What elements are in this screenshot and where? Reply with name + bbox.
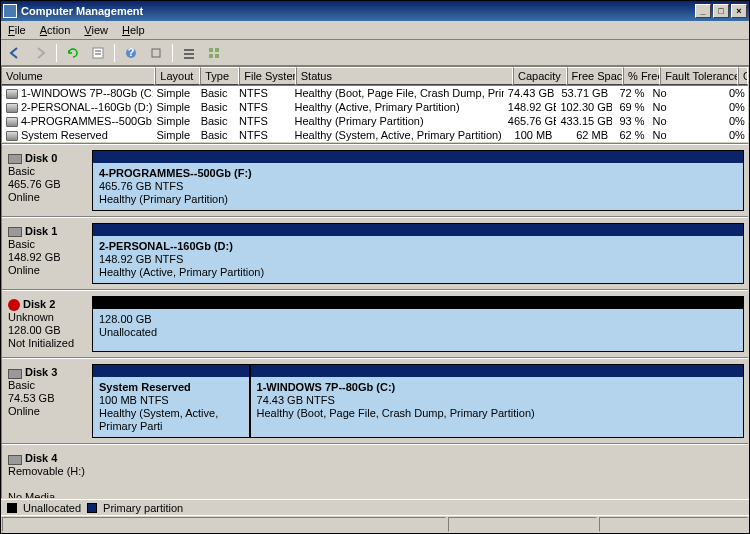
- svg-text:?: ?: [128, 46, 135, 58]
- disk-partitions: [92, 448, 744, 499]
- volume-row[interactable]: 2-PERSONAL--160Gb (D:)SimpleBasicNTFSHea…: [2, 100, 748, 114]
- volume-capacity: 100 MB: [504, 129, 557, 141]
- partition[interactable]: 1-WINDOWS 7P--80Gb (C:)74.43 GB NTFSHeal…: [250, 364, 744, 438]
- volume-ft: No: [648, 115, 724, 127]
- status-bar: [1, 515, 749, 533]
- close-button[interactable]: ×: [731, 4, 747, 18]
- volume-icon: [6, 131, 18, 141]
- disk-state: No Media: [8, 491, 90, 499]
- legend-swatch: [87, 503, 97, 513]
- col-fault[interactable]: Fault Tolerance: [660, 67, 738, 85]
- window-title: Computer Management: [21, 5, 143, 17]
- volume-type: Basic: [197, 115, 235, 127]
- menu-view[interactable]: View: [77, 22, 115, 38]
- disk-type: Removable (H:): [8, 465, 90, 478]
- disk-partitions: 2-PERSONAL--160Gb (D:)148.92 GB NTFSHeal…: [92, 221, 744, 286]
- volume-type: Basic: [197, 129, 235, 141]
- disk-size: 465.76 GB: [8, 178, 90, 191]
- svg-rect-6: [184, 49, 194, 51]
- view-list-button[interactable]: [178, 42, 200, 64]
- view-detail-button[interactable]: [203, 42, 225, 64]
- disk-row: Disk 3Basic74.53 GBOnlineSystem Reserved…: [2, 358, 748, 444]
- volume-free: 62 MB: [556, 129, 612, 141]
- back-button[interactable]: [4, 42, 26, 64]
- partition-title: 1-WINDOWS 7P--80Gb (C:): [257, 381, 737, 394]
- volume-row[interactable]: 1-WINDOWS 7P--80Gb (C:)SimpleBasicNTFSHe…: [2, 86, 748, 100]
- disk-type: Unknown: [8, 311, 90, 324]
- volume-capacity: 148.92 GB: [504, 101, 557, 113]
- col-freespace[interactable]: Free Space: [567, 67, 623, 85]
- disk-info[interactable]: Disk 0Basic465.76 GBOnline: [6, 148, 92, 213]
- menu-help[interactable]: Help: [115, 22, 152, 38]
- volume-pct: 93 %: [612, 115, 649, 127]
- partition-status: Healthy (Primary Partition): [99, 193, 737, 206]
- disk-info[interactable]: Disk 1Basic148.92 GBOnline: [6, 221, 92, 286]
- menu-bar: File Action View Help: [1, 21, 749, 40]
- svg-rect-8: [184, 57, 194, 59]
- disk-partitions: System Reserved100 MB NTFSHealthy (Syste…: [92, 362, 744, 440]
- properties-button[interactable]: [87, 42, 109, 64]
- volume-layout: Simple: [153, 129, 197, 141]
- disk-icon: [8, 227, 22, 237]
- volume-free: 433.15 GB: [556, 115, 612, 127]
- refresh-button[interactable]: [62, 42, 84, 64]
- minimize-button[interactable]: _: [695, 4, 711, 18]
- partition[interactable]: 2-PERSONAL--160Gb (D:)148.92 GB NTFSHeal…: [92, 223, 744, 284]
- menu-file[interactable]: File: [1, 22, 33, 38]
- col-overhead[interactable]: Overhead: [738, 67, 748, 85]
- volume-row[interactable]: System ReservedSimpleBasicNTFSHealthy (S…: [2, 128, 748, 142]
- partition[interactable]: System Reserved100 MB NTFSHealthy (Syste…: [92, 364, 250, 438]
- volume-type: Basic: [197, 101, 235, 113]
- partition-status: Healthy (System, Active, Primary Parti: [99, 407, 243, 433]
- volume-row[interactable]: 4-PROGRAMMES--500Gb (F:)SimpleBasicNTFSH…: [2, 114, 748, 128]
- volume-ft: No: [648, 101, 724, 113]
- disk-row: Disk 4Removable (H:)No Media: [2, 444, 748, 499]
- volume-name: 1-WINDOWS 7P--80Gb (C:): [21, 87, 153, 99]
- partition[interactable]: 4-PROGRAMMES--500Gb (F:)465.76 GB NTFSHe…: [92, 150, 744, 211]
- svg-rect-12: [215, 54, 219, 58]
- volume-fs: NTFS: [235, 87, 291, 99]
- settings-button[interactable]: [145, 42, 167, 64]
- col-capacity[interactable]: Capacity: [513, 67, 567, 85]
- disk-info[interactable]: Disk 4Removable (H:)No Media: [6, 448, 92, 499]
- volume-free: 53.71 GB: [556, 87, 612, 99]
- disk-icon: [8, 299, 20, 311]
- volume-status: Healthy (Boot, Page File, Crash Dump, Pr…: [291, 87, 504, 99]
- volume-header: Volume Layout Type File System Status Ca…: [2, 67, 748, 86]
- disk-info[interactable]: Disk 2Unknown128.00 GBNot Initialized: [6, 294, 92, 354]
- col-layout[interactable]: Layout: [155, 67, 200, 85]
- disk-name: Disk 0: [25, 152, 57, 164]
- partition-title: System Reserved: [99, 381, 243, 394]
- volume-name: 4-PROGRAMMES--500Gb (F:): [21, 115, 153, 127]
- maximize-button[interactable]: □: [713, 4, 729, 18]
- menu-action[interactable]: Action: [33, 22, 78, 38]
- volume-status: Healthy (Primary Partition): [291, 115, 504, 127]
- partition-status: Unallocated: [99, 326, 737, 339]
- volume-pct: 62 %: [612, 129, 649, 141]
- partition-bar: [93, 151, 743, 163]
- partition-bar: [93, 297, 743, 309]
- disk-state: Online: [8, 264, 90, 277]
- col-pctfree[interactable]: % Free: [623, 67, 660, 85]
- partition-status: Healthy (Active, Primary Partition): [99, 266, 737, 279]
- volume-icon: [6, 117, 18, 127]
- disk-partitions: 128.00 GBUnallocated: [92, 294, 744, 354]
- partition[interactable]: 128.00 GBUnallocated: [92, 296, 744, 352]
- volume-list: Volume Layout Type File System Status Ca…: [1, 66, 749, 143]
- svg-rect-5: [152, 49, 160, 57]
- disk-icon: [8, 154, 22, 164]
- volume-ov: 0%: [725, 87, 748, 99]
- legend: UnallocatedPrimary partition: [1, 499, 749, 515]
- col-volume[interactable]: Volume: [2, 67, 155, 85]
- disk-info[interactable]: Disk 3Basic74.53 GBOnline: [6, 362, 92, 440]
- col-type[interactable]: Type: [200, 67, 239, 85]
- volume-layout: Simple: [153, 101, 197, 113]
- disk-row: Disk 2Unknown128.00 GBNot Initialized128…: [2, 290, 748, 358]
- svg-rect-0: [93, 48, 103, 58]
- forward-button[interactable]: [29, 42, 51, 64]
- col-filesystem[interactable]: File System: [239, 67, 295, 85]
- help-button[interactable]: ?: [120, 42, 142, 64]
- col-status[interactable]: Status: [296, 67, 513, 85]
- disk-size: 128.00 GB: [8, 324, 90, 337]
- volume-ov: 0%: [725, 115, 748, 127]
